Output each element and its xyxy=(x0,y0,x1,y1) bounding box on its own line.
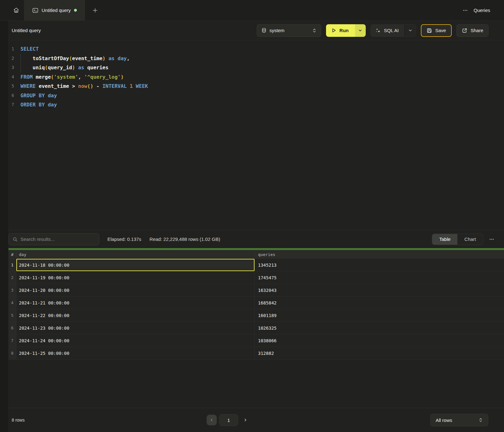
table-row[interactable]: 52024-11-22 00:00:001601189 xyxy=(0,309,504,322)
day-cell[interactable]: 2024-11-18 00:00:00 xyxy=(16,259,255,271)
code-text: SELECT xyxy=(20,44,39,54)
sql-editor[interactable]: 1SELECT2 toStartOfDay(event_time) as day… xyxy=(0,40,504,230)
table-body: 12024-11-18 00:00:00134521322024-11-19 0… xyxy=(0,259,504,360)
table-row[interactable]: 42024-11-21 00:00:001685842 xyxy=(0,297,504,309)
sparkles-icon xyxy=(375,28,381,33)
view-toggle: Table Chart xyxy=(432,234,483,245)
results-more-button[interactable] xyxy=(489,236,495,242)
rows-per-page-selector[interactable]: All rows xyxy=(430,414,488,426)
row-index-cell[interactable]: 7 xyxy=(9,334,16,347)
day-cell[interactable]: 2024-11-20 00:00:00 xyxy=(16,284,255,296)
code-line[interactable]: 4FROM merge('system', '^query_log') xyxy=(0,72,504,82)
row-index-cell[interactable]: 6 xyxy=(9,322,16,334)
database-icon xyxy=(261,28,266,33)
sql-ai-button[interactable]: SQL AI xyxy=(371,25,404,37)
column-header-day[interactable]: day xyxy=(16,252,255,257)
current-page-button[interactable]: 1 xyxy=(219,414,238,426)
day-cell[interactable]: 2024-11-23 00:00:00 xyxy=(16,322,255,334)
line-number: 4 xyxy=(9,72,14,82)
row-index-cell[interactable]: 4 xyxy=(9,297,16,309)
table-row[interactable]: 62024-11-23 00:00:001026325 xyxy=(0,322,504,334)
table-row[interactable]: 72024-11-24 00:00:001038066 xyxy=(0,334,504,347)
line-number: 2 xyxy=(9,54,14,63)
run-options-button[interactable] xyxy=(355,24,366,37)
home-button[interactable] xyxy=(9,0,24,20)
queries-cell[interactable]: 1038066 xyxy=(255,334,504,347)
column-header-index[interactable]: # xyxy=(9,252,16,257)
table-row[interactable]: 22024-11-19 00:00:001745475 xyxy=(0,271,504,284)
share-button[interactable]: Share xyxy=(456,24,489,37)
queries-cell[interactable]: 1601189 xyxy=(255,309,504,321)
day-cell[interactable]: 2024-11-25 00:00:00 xyxy=(16,347,255,359)
page-title: Untitled query xyxy=(12,28,41,33)
topbar-more-button[interactable] xyxy=(463,8,468,13)
run-label: Run xyxy=(340,28,349,33)
queries-cell[interactable]: 1026325 xyxy=(255,322,504,334)
code-text: FROM merge('system', '^query_log') xyxy=(20,72,124,82)
updown-icon xyxy=(312,28,317,33)
queries-cell[interactable]: 1345213 xyxy=(255,259,504,271)
search-icon xyxy=(13,237,18,242)
table-row[interactable]: 82024-11-25 00:00:00312882 xyxy=(0,347,504,360)
code-line[interactable]: 2 toStartOfDay(event_time) as day, xyxy=(0,54,504,63)
day-cell[interactable]: 2024-11-19 00:00:00 xyxy=(16,271,255,284)
search-results-input[interactable] xyxy=(20,236,95,242)
read-stat: Read: 22,229,488 rows (1.02 GB) xyxy=(150,236,220,242)
table-view-tab[interactable]: Table xyxy=(432,234,457,245)
line-number: 5 xyxy=(9,82,14,91)
queries-cell[interactable]: 1745475 xyxy=(255,271,504,284)
database-selector[interactable]: system xyxy=(257,24,321,37)
queries-cell[interactable]: 1685842 xyxy=(255,297,504,309)
row-index-cell[interactable]: 3 xyxy=(9,284,16,296)
plus-icon xyxy=(92,8,98,13)
code-text: WHERE event_time > now() - INTERVAL 1 WE… xyxy=(20,82,148,91)
table-row[interactable]: 12024-11-18 00:00:001345213 xyxy=(0,259,504,271)
day-cell[interactable]: 2024-11-24 00:00:00 xyxy=(16,334,255,347)
code-line[interactable]: 6GROUP BY day xyxy=(0,91,504,100)
sql-console-app: Untitled query Queries Untitled query xyxy=(0,0,504,432)
queries-cell[interactable]: 1632043 xyxy=(255,284,504,296)
row-index-cell[interactable]: 2 xyxy=(9,271,16,284)
code-line[interactable]: 3 uniq(query_id) as queries xyxy=(0,63,504,72)
table-header-row: # day queries xyxy=(0,250,504,259)
top-tab-bar: Untitled query Queries xyxy=(0,0,504,21)
day-cell[interactable]: 2024-11-22 00:00:00 xyxy=(16,309,255,321)
column-header-queries[interactable]: queries xyxy=(255,252,504,257)
chart-view-tab[interactable]: Chart xyxy=(457,234,483,245)
code-line[interactable]: 5WHERE event_time > now() - INTERVAL 1 W… xyxy=(0,82,504,91)
share-icon xyxy=(462,28,467,33)
code-text: ORDER BY day xyxy=(20,100,57,110)
line-number: 1 xyxy=(9,44,14,54)
chevron-right-icon xyxy=(243,418,247,422)
sql-ai-options-button[interactable] xyxy=(404,25,416,37)
chevron-down-icon xyxy=(358,28,362,32)
queries-button[interactable]: Queries xyxy=(473,8,490,13)
save-button[interactable]: Save xyxy=(421,24,452,37)
row-index-cell[interactable]: 1 xyxy=(9,259,16,271)
row-count-label: 8 rows xyxy=(12,418,25,423)
home-icon xyxy=(13,7,19,13)
save-label: Save xyxy=(435,28,446,33)
table-row[interactable]: 32024-11-20 00:00:001632043 xyxy=(0,284,504,297)
code-text: GROUP BY day xyxy=(20,91,57,100)
results-empty-area xyxy=(0,360,504,408)
sql-ai-button-group: SQL AI xyxy=(370,24,416,37)
sql-ai-label: SQL AI xyxy=(384,28,399,33)
results-toolbar: Elapsed: 0.137s Read: 22,229,488 rows (1… xyxy=(0,230,504,248)
day-cell[interactable]: 2024-11-21 00:00:00 xyxy=(16,297,255,309)
previous-page-button[interactable] xyxy=(207,415,217,425)
share-label: Share xyxy=(471,28,483,33)
code-line[interactable]: 7ORDER BY day xyxy=(0,100,504,110)
row-index-cell[interactable]: 5 xyxy=(9,309,16,321)
search-results-box[interactable] xyxy=(9,233,99,245)
results-footer: 8 rows 1 All rows xyxy=(0,408,504,432)
next-page-button[interactable] xyxy=(241,415,250,425)
run-button[interactable]: Run xyxy=(326,24,355,37)
run-button-group: Run xyxy=(326,24,366,37)
new-tab-button[interactable] xyxy=(85,0,105,20)
code-line[interactable]: 1SELECT xyxy=(0,44,504,54)
queries-cell[interactable]: 312882 xyxy=(255,347,504,359)
query-tab[interactable]: Untitled query xyxy=(24,0,85,20)
code-text: uniq(query_id) as queries xyxy=(20,63,108,72)
row-index-cell[interactable]: 8 xyxy=(9,347,16,359)
